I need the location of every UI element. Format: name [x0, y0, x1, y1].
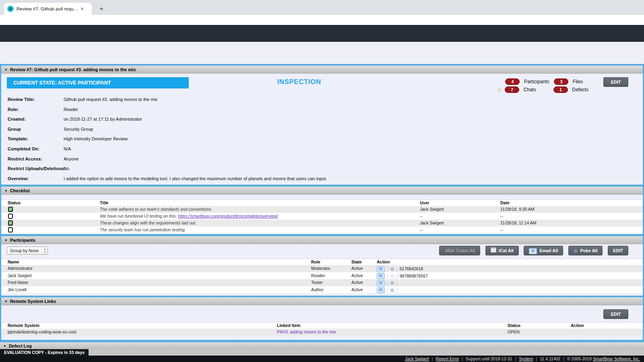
- remote-links-section-header[interactable]: ▼Remote System Links: [1, 297, 643, 305]
- participant-phone: 987889876567: [400, 274, 428, 278]
- poke-gear-icon[interactable]: ⚙: [390, 266, 394, 272]
- app-header: ⚙ SMARTBEAR Collabortor. HOME REVIEW REP…: [0, 25, 644, 42]
- footer-user-link[interactable]: Jack Swigert: [405, 356, 429, 361]
- email-icon[interactable]: ✉: [377, 266, 385, 272]
- checkbox-checked-icon[interactable]: ✓: [8, 220, 13, 226]
- footer-support-text: Support until 2018-12-31: [466, 356, 512, 361]
- remote-link-row: pjlonda/learning-coding-wow-so-cool PR#3…: [1, 329, 643, 335]
- participant-row: Administrator Moderator Active ✉⚙6176842…: [1, 265, 643, 272]
- participants-count-badge: 4: [505, 78, 520, 85]
- checklist-row: The security team has run penetration te…: [1, 226, 643, 233]
- browser-tab[interactable]: ⚙ Review #7: Github pull request ×: [4, 3, 92, 15]
- participant-row: Fred Haise Tester Active ✉⚙: [1, 279, 643, 286]
- evaluation-notice: EVALUATION COPY - Expires in 33 days: [0, 349, 89, 356]
- participant-row: Jim Lovell Author Active ✉⚙: [1, 286, 643, 293]
- poke-gear-icon: ⚙: [390, 273, 394, 279]
- summary-section-title: Review #7: Github pull request #3. addin…: [10, 67, 136, 72]
- section-tabs-row: SUMMARY PARTICIPANTS LINKS DEFECTS CHAT …: [0, 53, 644, 64]
- calendar-icon: [491, 247, 496, 253]
- footer-report-error-link[interactable]: Report Error: [436, 356, 459, 361]
- browser-tab-strip: ⚙ Review #7: Github pull request × +: [0, 0, 644, 15]
- checklist-section: ▼Checklist Status Title User Date ✓ The …: [1, 187, 643, 234]
- select-arrows-icon: ▲▼: [44, 248, 46, 253]
- ical-all-button[interactable]: iCal All: [485, 246, 519, 255]
- checklist-row: ✓ The code adheres to our team's standar…: [1, 206, 643, 213]
- tab-close-icon[interactable]: ×: [80, 6, 84, 12]
- collapse-caret-icon: ▼: [4, 300, 8, 303]
- jira-ticket-all-button[interactable]: JIRA Ticket All: [439, 246, 480, 255]
- checklist-link[interactable]: https://smartbear.com/product/testcomple…: [178, 214, 278, 218]
- checkbox-unchecked-icon[interactable]: [8, 214, 13, 219]
- footer-system-link[interactable]: System: [519, 356, 533, 361]
- collapse-caret-icon: ▼: [4, 189, 8, 193]
- participants-section: ▼Participants Group by None▲▼ JIRA Ticke…: [1, 236, 643, 296]
- chats-count-badge: 7: [505, 86, 519, 93]
- email-icon[interactable]: ✉: [377, 273, 385, 279]
- defect-log-section-header[interactable]: ▼Defect Log: [0, 342, 644, 349]
- summary-section: ▼Review #7: Github pull request #3. addi…: [1, 66, 643, 185]
- content-area: ▼Review #7: Github pull request #3. addi…: [0, 64, 644, 349]
- remote-links-section: ▼Remote System Links EDIT Remote System …: [1, 297, 643, 340]
- eval-strip: EVALUATION COPY - Expires in 33 days: [0, 349, 644, 356]
- poke-icon: ⚙: [574, 247, 578, 255]
- remote-links-edit-button[interactable]: EDIT: [603, 309, 628, 319]
- footer-bar: Jack Swigert|Report Error|Support until …: [0, 356, 644, 362]
- participant-phone: 6176842618: [400, 266, 423, 271]
- group-by-select[interactable]: Group by None▲▼: [7, 247, 48, 255]
- participants-edit-button[interactable]: EDIT: [608, 246, 628, 255]
- participants-toolbar: JIRA Ticket All iCal All ✉Email All ⚙Pok…: [436, 246, 628, 255]
- envelope-icon: ✉: [529, 248, 537, 254]
- poke-gear-icon[interactable]: ⚙: [390, 280, 394, 286]
- participant-row: Jack Swigert Reader Active ✉⚙98788987656…: [1, 272, 643, 279]
- summary-section-header[interactable]: ▼Review #7: Github pull request #3. addi…: [1, 66, 643, 74]
- checklist-section-header[interactable]: ▼Checklist: [1, 187, 643, 195]
- review-action-bar: ‹ ACTION ITEMS REVIEW #7 ▾ Github pull r…: [0, 42, 644, 53]
- files-count-badge: 3: [554, 78, 568, 85]
- checklist-row: ✓ These changes align with the requireme…: [1, 220, 643, 226]
- collapse-caret-icon: ▼: [4, 239, 8, 242]
- linked-item-link[interactable]: PR#3: adding moons to the mix: [277, 329, 336, 335]
- poke-all-button[interactable]: ⚙Poke All: [568, 246, 603, 255]
- review-stats: 4 Participants 3 Files ⚠ 7 Chats 1 Defec…: [497, 78, 590, 94]
- email-all-button[interactable]: ✉Email All: [524, 246, 563, 255]
- checklist-row: We have run functional UI testing on thi…: [1, 213, 643, 220]
- collapse-caret-icon: ▼: [3, 344, 6, 348]
- phase-label: INSPECTION: [243, 78, 355, 86]
- warning-icon: ⚠: [497, 86, 502, 93]
- new-tab-button[interactable]: +: [97, 4, 106, 14]
- browser-tab-title: Review #7: Github pull request: [17, 6, 79, 11]
- poke-gear-icon[interactable]: ⚙: [390, 287, 394, 293]
- checkbox-unchecked-icon[interactable]: [8, 227, 13, 232]
- footer-version-text: 11.4.11402: [540, 356, 560, 361]
- participants-section-header[interactable]: ▼Participants: [1, 236, 643, 244]
- browser-url-bar: ← → https://gmail361.smartbeartrial.com/…: [0, 15, 644, 25]
- defects-count-badge: 1: [553, 86, 568, 93]
- summary-edit-button[interactable]: EDIT: [603, 77, 628, 87]
- checkbox-checked-icon[interactable]: ✓: [8, 207, 13, 212]
- collapse-caret-icon: ▼: [4, 68, 8, 72]
- footer-company-link[interactable]: SmartBear Software, Inc.: [593, 356, 640, 361]
- current-state-button[interactable]: CURRENT STATE: ACTIVE PARTICIPANT: [7, 77, 189, 88]
- collaborator-favicon-icon: ⚙: [7, 6, 14, 12]
- email-icon[interactable]: ✉: [377, 280, 385, 286]
- footer-copyright: © 2005-2018: [567, 356, 592, 361]
- email-icon[interactable]: ✉: [377, 287, 385, 293]
